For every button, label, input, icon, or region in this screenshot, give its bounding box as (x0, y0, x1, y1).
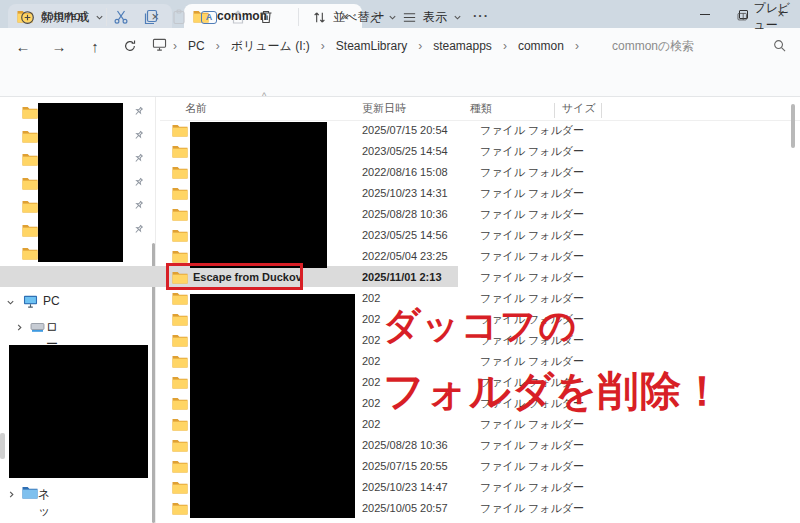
highlight-box (166, 263, 303, 290)
folder-icon (172, 225, 188, 246)
file-date: 202 (362, 372, 380, 393)
folder-icon (172, 498, 188, 519)
folder-icon (172, 309, 188, 330)
folder-icon (172, 183, 188, 204)
folder-icon (172, 477, 188, 498)
file-date: 2025/08/28 10:36 (362, 204, 448, 225)
annotation-line1: ダッコフの (383, 301, 577, 351)
file-type: ファイル フォルダー (480, 456, 584, 477)
folder-icon (172, 456, 188, 477)
file-date: 202 (362, 330, 380, 351)
folder-icon (172, 351, 188, 372)
folder-icon (172, 435, 188, 456)
file-type: ファイル フォルダー (480, 267, 584, 288)
file-date: 202 (362, 309, 380, 330)
file-type: ファイル フォルダー (480, 477, 584, 498)
folder-icon (172, 120, 188, 141)
file-type: ファイル フォルダー (480, 204, 584, 225)
file-date: 2025/10/23 14:47 (362, 477, 448, 498)
folder-icon (172, 330, 188, 351)
explorer-window: common × common × + × ← → ↑ ›PC›ボリューム (I… (0, 0, 800, 523)
file-type: ファイル フォルダー (480, 183, 584, 204)
file-date: 2023/05/25 14:56 (362, 225, 448, 246)
file-type: ファイル フォルダー (480, 246, 584, 267)
file-date: 202 (362, 393, 380, 414)
folder-icon (172, 372, 188, 393)
file-date: 2025/08/28 10:36 (362, 435, 448, 456)
redaction-box (9, 345, 148, 478)
folder-icon (172, 393, 188, 414)
redaction-box (190, 122, 327, 268)
folder-icon (172, 162, 188, 183)
file-date: 2025/07/15 20:55 (362, 456, 448, 477)
file-date: 202 (362, 414, 380, 435)
file-date: 2025/10/23 14:31 (362, 183, 448, 204)
file-date: 2023/05/25 14:54 (362, 141, 448, 162)
redaction-box (190, 294, 355, 518)
file-date: 2022/05/04 23:25 (362, 246, 448, 267)
file-date: 2025/10/05 20:57 (362, 498, 448, 519)
file-type: ファイル フォルダー (480, 162, 584, 183)
file-date: 2025/11/01 2:13 (362, 267, 442, 288)
annotation-line2: フォルダを削除！ (383, 364, 724, 419)
file-date: 2025/07/15 20:54 (362, 120, 448, 141)
folder-icon (172, 204, 188, 225)
folder-icon (172, 414, 188, 435)
file-date: 202 (362, 288, 380, 309)
file-type: ファイル フォルダー (480, 225, 584, 246)
redaction-box (38, 103, 123, 262)
folder-icon (172, 141, 188, 162)
file-type: ファイル フォルダー (480, 141, 584, 162)
list-scrollbar[interactable] (791, 104, 795, 148)
file-type: ファイル フォルダー (480, 120, 584, 141)
file-date: 2022/08/16 15:08 (362, 162, 448, 183)
folder-icon (172, 288, 188, 309)
file-type: ファイル フォルダー (480, 498, 584, 519)
file-type: ファイル フォルダー (480, 435, 584, 456)
file-date: 202 (362, 351, 380, 372)
